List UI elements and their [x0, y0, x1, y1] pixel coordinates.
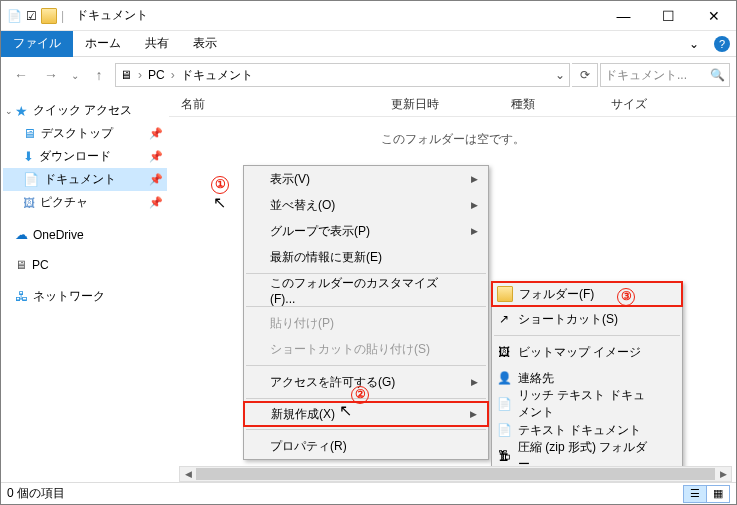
app-icon: 📄 — [7, 9, 22, 23]
pc-tree-icon: 🖥 — [15, 258, 27, 272]
minimize-button[interactable]: — — [601, 1, 646, 31]
crumb-documents[interactable]: ドキュメント — [181, 67, 253, 84]
menu-new-folder[interactable]: フォルダー(F) — [491, 281, 683, 307]
nav-forward-button[interactable]: → — [37, 62, 65, 88]
zip-icon: 🗜 — [496, 448, 512, 464]
qat-folder-icon[interactable] — [41, 8, 57, 24]
tab-share[interactable]: 共有 — [133, 31, 181, 57]
menu-group[interactable]: グループで表示(P) — [244, 218, 488, 244]
menu-view[interactable]: 表示(V) — [244, 166, 488, 192]
view-icons-button[interactable]: ▦ — [706, 485, 730, 503]
col-size[interactable]: サイズ — [611, 96, 647, 113]
folder-icon — [497, 286, 513, 302]
nav-documents[interactable]: 📄ドキュメント📌 — [3, 168, 167, 191]
view-details-button[interactable]: ☰ — [683, 485, 707, 503]
close-button[interactable]: ✕ — [691, 1, 736, 31]
bitmap-icon: 🖼 — [496, 344, 512, 360]
annotation-2: ② — [351, 385, 369, 404]
col-type[interactable]: 種類 — [511, 96, 611, 113]
refresh-button[interactable]: ⟳ — [572, 63, 598, 87]
ribbon-tabs: ファイル ホーム 共有 表示 ⌄ ? — [1, 31, 736, 57]
title-bar: 📄 ☑ | ドキュメント — ☐ ✕ — [1, 1, 736, 31]
download-icon: ⬇ — [23, 149, 34, 164]
search-icon: 🔍 — [710, 68, 725, 82]
menu-new[interactable]: 新規作成(X) — [243, 401, 489, 427]
col-name[interactable]: 名前 — [181, 96, 391, 113]
tab-view[interactable]: 表示 — [181, 31, 229, 57]
pc-icon: 🖥 — [120, 68, 132, 82]
menu-sort[interactable]: 並べ替え(O) — [244, 192, 488, 218]
menu-new-shortcut[interactable]: ↗ショートカット(S) — [492, 306, 682, 332]
pin-icon: 📌 — [149, 196, 163, 209]
network-icon: 🖧 — [15, 289, 28, 304]
status-bar: 0 個の項目 ☰ ▦ — [1, 482, 736, 504]
scroll-thumb[interactable] — [196, 468, 715, 480]
menu-paste-shortcut: ショートカットの貼り付け(S) — [244, 336, 488, 362]
nav-desktop[interactable]: 🖥デスクトップ📌 — [3, 122, 167, 145]
context-menu-main: 表示(V) 並べ替え(O) グループで表示(P) 最新の情報に更新(E) このフ… — [243, 165, 489, 460]
shortcut-icon: ↗ — [496, 311, 512, 327]
pin-icon: 📌 — [149, 127, 163, 140]
expand-ribbon-button[interactable]: ⌄ — [680, 31, 708, 57]
nav-pc[interactable]: 🖥PC — [3, 255, 167, 275]
nav-up-button[interactable]: ↑ — [85, 62, 113, 88]
pictures-icon: 🖼 — [23, 196, 35, 210]
pin-icon: 📌 — [149, 173, 163, 186]
annotation-3: ③ — [617, 287, 635, 306]
annotation-1: ① — [211, 175, 229, 194]
qat-prop-icon[interactable]: ☑ — [26, 9, 37, 23]
documents-icon: 📄 — [23, 172, 39, 187]
menu-new-rtf[interactable]: 📄リッチ テキスト ドキュメント — [492, 391, 682, 417]
txt-icon: 📄 — [496, 422, 512, 438]
crumb-pc[interactable]: PC — [148, 68, 165, 82]
scroll-right-button[interactable]: ▶ — [715, 467, 731, 481]
navigation-pane: ⌄★クイック アクセス 🖥デスクトップ📌 ⬇ダウンロード📌 📄ドキュメント📌 🖼… — [1, 93, 169, 482]
search-box[interactable]: ドキュメント... 🔍 — [600, 63, 730, 87]
menu-new-bitmap[interactable]: 🖼ビットマップ イメージ — [492, 339, 682, 365]
address-bar[interactable]: 🖥 › PC › ドキュメント ⌄ — [115, 63, 570, 87]
menu-customize[interactable]: このフォルダーのカスタマイズ(F)... — [244, 277, 488, 303]
tab-file[interactable]: ファイル — [1, 31, 73, 57]
desktop-icon: 🖥 — [23, 126, 36, 141]
tab-home[interactable]: ホーム — [73, 31, 133, 57]
column-headers: 名前 更新日時 種類 サイズ — [169, 93, 736, 117]
help-button[interactable]: ? — [708, 31, 736, 57]
nav-network[interactable]: 🖧ネットワーク — [3, 285, 167, 308]
status-item-count: 0 個の項目 — [7, 485, 65, 502]
horizontal-scrollbar[interactable]: ◀ ▶ — [179, 466, 732, 482]
nav-back-button[interactable]: ← — [7, 62, 35, 88]
address-dropdown[interactable]: ⌄ — [555, 68, 565, 82]
qat-separator: | — [61, 9, 64, 23]
nav-downloads[interactable]: ⬇ダウンロード📌 — [3, 145, 167, 168]
window-title: ドキュメント — [70, 7, 148, 24]
context-menu-new: フォルダー(F) ↗ショートカット(S) 🖼ビットマップ イメージ 👤連絡先 📄… — [491, 281, 683, 470]
maximize-button[interactable]: ☐ — [646, 1, 691, 31]
empty-folder-message: このフォルダーは空です。 — [169, 117, 736, 148]
contact-icon: 👤 — [496, 370, 512, 386]
search-placeholder: ドキュメント... — [605, 67, 687, 84]
menu-paste: 貼り付け(P) — [244, 310, 488, 336]
menu-refresh[interactable]: 最新の情報に更新(E) — [244, 244, 488, 270]
star-icon: ★ — [15, 103, 28, 119]
menu-properties[interactable]: プロパティ(R) — [244, 433, 488, 459]
pin-icon: 📌 — [149, 150, 163, 163]
nav-quick-access[interactable]: ⌄★クイック アクセス — [3, 99, 167, 122]
onedrive-icon: ☁ — [15, 227, 28, 242]
nav-onedrive[interactable]: ☁OneDrive — [3, 224, 167, 245]
nav-recent-button[interactable]: ⌄ — [67, 62, 83, 88]
address-bar-row: ← → ⌄ ↑ 🖥 › PC › ドキュメント ⌄ ⟳ ドキュメント... 🔍 — [1, 57, 736, 93]
nav-pictures[interactable]: 🖼ピクチャ📌 — [3, 191, 167, 214]
scroll-left-button[interactable]: ◀ — [180, 467, 196, 481]
col-date[interactable]: 更新日時 — [391, 96, 511, 113]
rtf-icon: 📄 — [496, 396, 512, 412]
